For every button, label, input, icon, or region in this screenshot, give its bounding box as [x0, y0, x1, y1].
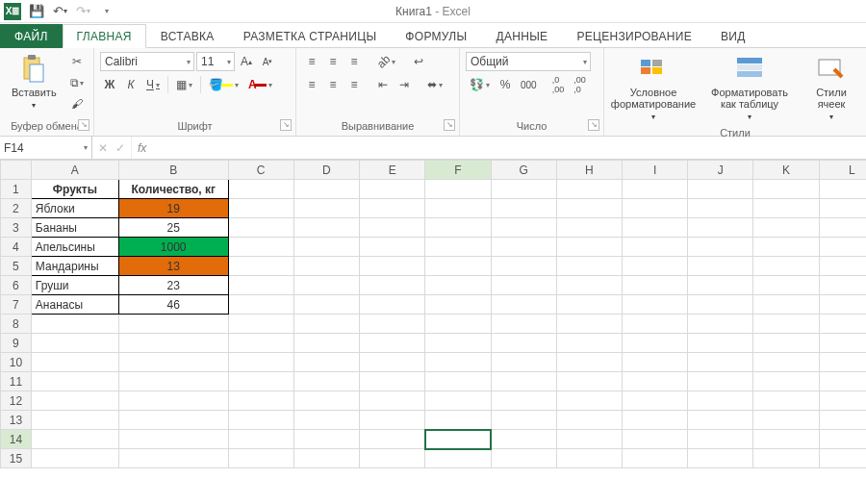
cell-D6[interactable]: [293, 276, 359, 295]
cell-C2[interactable]: [228, 199, 293, 218]
cell-F10[interactable]: [425, 353, 491, 372]
cell-G9[interactable]: [491, 334, 556, 353]
cell-H14[interactable]: [556, 430, 622, 449]
number-format-select[interactable]: Общий: [466, 52, 591, 71]
cell-L13[interactable]: [819, 411, 866, 430]
align-right-button[interactable]: ≡: [344, 75, 364, 94]
cell-I15[interactable]: [622, 449, 687, 468]
cell-H8[interactable]: [556, 315, 622, 334]
cell-G12[interactable]: [491, 391, 556, 411]
cell-D13[interactable]: [293, 411, 359, 430]
cell-B10[interactable]: [118, 353, 228, 372]
clipboard-dialog-launcher[interactable]: ↘: [78, 119, 89, 131]
tab-data[interactable]: ДАННЫЕ: [481, 24, 562, 48]
column-header-A[interactable]: A: [31, 161, 118, 180]
cell-K13[interactable]: [753, 411, 819, 430]
cell-C1[interactable]: [228, 180, 293, 199]
cell-D11[interactable]: [293, 372, 359, 391]
cell-J12[interactable]: [688, 391, 753, 411]
cell-I4[interactable]: [622, 238, 687, 257]
row-header-13[interactable]: 13: [1, 411, 32, 430]
cell-I9[interactable]: [622, 334, 687, 353]
undo-icon[interactable]: ↶▾: [51, 3, 68, 20]
cell-J2[interactable]: [688, 199, 753, 218]
cell-L9[interactable]: [819, 334, 866, 353]
cancel-formula-icon[interactable]: ✕: [98, 141, 108, 155]
cell-L11[interactable]: [819, 372, 866, 391]
cell-E9[interactable]: [360, 334, 425, 353]
cell-A3[interactable]: Бананы: [31, 218, 118, 238]
column-header-I[interactable]: I: [622, 161, 687, 180]
align-middle-button[interactable]: ≡: [323, 52, 343, 71]
cell-K2[interactable]: [753, 199, 819, 218]
font-dialog-launcher[interactable]: ↘: [280, 119, 292, 131]
cell-B7[interactable]: 46: [118, 295, 228, 315]
cell-A1[interactable]: Фрукты: [31, 180, 118, 199]
cell-G5[interactable]: [491, 257, 556, 276]
cell-B12[interactable]: [118, 391, 228, 411]
cell-J7[interactable]: [688, 295, 753, 315]
cell-J11[interactable]: [688, 372, 753, 391]
number-dialog-launcher[interactable]: ↘: [588, 119, 599, 131]
cell-K14[interactable]: [753, 430, 819, 449]
align-bottom-button[interactable]: ≡: [344, 52, 364, 71]
cell-L12[interactable]: [819, 391, 866, 411]
cell-L10[interactable]: [819, 353, 866, 372]
row-header-10[interactable]: 10: [1, 353, 32, 372]
cell-A15[interactable]: [31, 449, 118, 468]
cell-L3[interactable]: [819, 218, 866, 238]
tab-view[interactable]: ВИД: [706, 24, 760, 48]
cell-K5[interactable]: [753, 257, 819, 276]
column-header-B[interactable]: B: [118, 161, 228, 180]
cell-G4[interactable]: [491, 238, 556, 257]
cell-E14[interactable]: [360, 430, 425, 449]
cell-K9[interactable]: [753, 334, 819, 353]
tab-insert[interactable]: ВСТАВКА: [146, 24, 229, 48]
cell-J14[interactable]: [688, 430, 753, 449]
cut-button[interactable]: ✂: [66, 52, 88, 71]
column-header-D[interactable]: D: [293, 161, 359, 180]
column-header-H[interactable]: H: [556, 161, 622, 180]
tab-file[interactable]: ФАЙЛ: [0, 24, 63, 48]
cell-G6[interactable]: [491, 276, 556, 295]
orientation-button[interactable]: ab: [373, 52, 399, 71]
italic-button[interactable]: К: [121, 75, 140, 94]
cell-H15[interactable]: [556, 449, 622, 468]
cell-L6[interactable]: [819, 276, 866, 295]
select-all-corner[interactable]: [1, 161, 32, 180]
cell-B15[interactable]: [118, 449, 228, 468]
cell-G1[interactable]: [491, 180, 556, 199]
conditional-formatting-button[interactable]: Условное форматирование ▾: [610, 52, 697, 125]
cell-C10[interactable]: [228, 353, 293, 372]
row-header-11[interactable]: 11: [1, 372, 32, 391]
paste-button[interactable]: Вставить ▾: [6, 52, 63, 118]
row-header-1[interactable]: 1: [1, 180, 32, 199]
cell-I5[interactable]: [622, 257, 687, 276]
cell-H1[interactable]: [556, 180, 622, 199]
cell-I13[interactable]: [622, 411, 687, 430]
cell-C15[interactable]: [228, 449, 293, 468]
cell-F15[interactable]: [425, 449, 491, 468]
cell-F8[interactable]: [425, 315, 491, 334]
cell-C7[interactable]: [228, 295, 293, 315]
cell-H10[interactable]: [556, 353, 622, 372]
cell-C6[interactable]: [228, 276, 293, 295]
column-header-G[interactable]: G: [491, 161, 556, 180]
cell-H7[interactable]: [556, 295, 622, 315]
row-header-12[interactable]: 12: [1, 391, 32, 411]
underline-button[interactable]: Ч: [142, 75, 164, 94]
cell-K6[interactable]: [753, 276, 819, 295]
cell-styles-button[interactable]: Стили ячеек ▾: [802, 52, 860, 125]
cell-A4[interactable]: Апельсины: [31, 238, 118, 257]
row-header-14[interactable]: 14: [1, 430, 32, 449]
cell-D12[interactable]: [293, 391, 359, 411]
worksheet-grid[interactable]: ABCDEFGHIJKL1ФруктыКоличество, кг2Яблоки…: [0, 160, 866, 504]
cell-F1[interactable]: [425, 180, 491, 199]
cell-F5[interactable]: [425, 257, 491, 276]
cell-D15[interactable]: [293, 449, 359, 468]
bold-button[interactable]: Ж: [100, 75, 119, 94]
cell-J5[interactable]: [688, 257, 753, 276]
cell-F14[interactable]: [425, 430, 491, 449]
row-header-9[interactable]: 9: [1, 334, 32, 353]
cell-J1[interactable]: [688, 180, 753, 199]
